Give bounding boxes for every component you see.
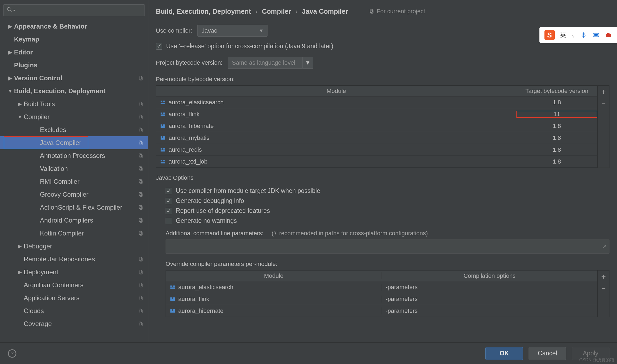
sidebar-item[interactable]: Kotlin Compiler <box>0 227 148 240</box>
copy-icon <box>369 9 374 14</box>
module-cell: aurora_redis <box>156 146 516 153</box>
cmdline-input[interactable]: ⤢ <box>166 240 609 254</box>
sidebar-item[interactable]: Application Servers <box>0 292 148 304</box>
use-compiler-label: Use compiler: <box>156 27 192 34</box>
target-cell[interactable]: 1.8 <box>516 158 597 165</box>
sidebar-item[interactable]: Clouds <box>0 304 148 317</box>
sidebar-item[interactable]: ▶Debugger <box>0 240 148 253</box>
ime-lang[interactable]: 英 <box>560 31 566 39</box>
sidebar-item-label: Compiler <box>24 113 137 121</box>
keyboard-icon[interactable] <box>592 32 599 39</box>
opts-cell[interactable]: -parameters <box>382 307 597 314</box>
cancel-button[interactable]: Cancel <box>529 347 566 360</box>
sidebar-item-label: Version Control <box>14 74 137 82</box>
sidebar-item-label: Plugins <box>14 61 137 69</box>
copy-icon <box>138 321 143 327</box>
sidebar-item[interactable]: Java Compiler <box>0 136 148 149</box>
table-row[interactable]: aurora_flink-parameters <box>166 293 597 305</box>
table-row[interactable]: aurora_hibernate1.8 <box>156 120 597 132</box>
opt-debug-checkbox[interactable] <box>166 198 172 204</box>
remove-module-button[interactable]: － <box>598 98 609 109</box>
opts-cell[interactable]: -parameters <box>382 296 597 303</box>
target-cell[interactable]: 11 <box>516 111 597 118</box>
watermark: CSDN @浅夏的猫 <box>579 357 614 363</box>
table-row[interactable]: aurora_flink11 <box>156 108 597 120</box>
table-header: Module Target bytecode version <box>156 86 597 96</box>
breadcrumb-1: Compiler <box>262 8 291 15</box>
sidebar-item-label: ActionScript & Flex Compiler <box>40 204 137 211</box>
sidebar-item[interactable]: ▼Compiler <box>0 110 148 123</box>
sidebar-item[interactable]: Validation <box>0 162 148 175</box>
sidebar-item[interactable]: ▶Build Tools <box>0 98 148 110</box>
mic-icon[interactable] <box>580 32 587 39</box>
module-icon <box>160 159 166 165</box>
sidebar-item[interactable]: ActionScript & Flex Compiler <box>0 201 148 214</box>
module-icon <box>160 123 166 129</box>
add-module-button[interactable]: ＋ <box>598 86 609 98</box>
chevron-right-icon: ▶ <box>6 23 14 29</box>
sidebar-item[interactable]: Coverage <box>0 317 148 330</box>
table-row[interactable]: aurora_hibernate-parameters <box>166 305 597 317</box>
chevron-right-icon: ▶ <box>16 243 24 249</box>
module-icon <box>170 284 176 290</box>
sidebar-item[interactable]: Android Compilers <box>0 214 148 227</box>
sidebar-item-label: Editor <box>14 48 137 56</box>
sidebar-item[interactable]: Arquillian Containers <box>0 279 148 292</box>
opts-cell[interactable]: -parameters <box>382 284 597 291</box>
opt-nowarn-checkbox[interactable] <box>166 218 172 224</box>
remove-override-button[interactable]: － <box>598 282 609 294</box>
chevron-down-icon: ▼ <box>6 88 14 94</box>
table-row[interactable]: aurora_elasticsearch-parameters <box>166 281 597 293</box>
copy-icon <box>138 153 143 158</box>
target-cell[interactable]: 1.8 <box>516 123 597 130</box>
sidebar-item[interactable]: ▶Version Control <box>0 72 148 85</box>
sidebar-item[interactable]: Remote Jar Repositories <box>0 253 148 266</box>
copy-icon <box>138 282 143 288</box>
sidebar-item-label: Validation <box>40 165 137 172</box>
help-button[interactable] <box>8 349 17 358</box>
sidebar-item[interactable]: Annotation Processors <box>0 149 148 162</box>
copy-icon <box>138 114 143 120</box>
use-compiler-select[interactable]: Javac ▼ <box>197 25 268 37</box>
target-cell[interactable]: 1.8 <box>516 146 597 153</box>
project-bytecode-dropdown-button[interactable]: ▼ <box>302 57 313 69</box>
sidebar-item[interactable]: Excludes <box>0 123 148 136</box>
module-cell: aurora_mybatis <box>156 134 516 141</box>
cmdline-label: Additional command line parameters: <box>166 230 263 237</box>
sidebar-item[interactable]: ▶Editor <box>0 46 148 59</box>
toolbox-icon[interactable] <box>605 32 612 39</box>
table-row[interactable]: aurora_elasticsearch1.8 <box>156 96 597 108</box>
ime-punct[interactable]: ·, <box>571 32 575 39</box>
chevron-right-icon: › <box>296 8 298 15</box>
target-cell[interactable]: 1.8 <box>516 134 597 141</box>
target-cell[interactable]: 1.8 <box>516 99 597 106</box>
sidebar-item[interactable]: ▶Appearance & Behavior <box>0 20 148 33</box>
sidebar-item-label: Excludes <box>40 126 137 134</box>
add-override-button[interactable]: ＋ <box>598 271 609 282</box>
settings-search[interactable]: ▾ <box>3 4 145 16</box>
dialog-footer: OK Cancel Apply CSDN @浅夏的猫 <box>0 342 617 364</box>
project-bytecode-select[interactable]: Same as language level <box>228 57 302 69</box>
sidebar-item[interactable]: Keymap <box>0 33 148 46</box>
sidebar-item[interactable]: Plugins <box>0 59 148 72</box>
ok-button[interactable]: OK <box>485 347 523 360</box>
copy-icon <box>138 179 143 184</box>
settings-tree: ▶Appearance & BehaviorKeymap▶EditorPlugi… <box>0 20 148 342</box>
sidebar-item[interactable]: ▶Deployment <box>0 266 148 279</box>
sidebar-item[interactable]: ▼Build, Execution, Deployment <box>0 85 148 98</box>
sidebar-item[interactable]: RMI Compiler <box>0 175 148 188</box>
ime-toolbar[interactable]: S 英 ·, <box>539 27 617 43</box>
table-row[interactable]: aurora_mybatis1.8 <box>156 132 597 144</box>
opt-deprecated-checkbox[interactable] <box>166 208 172 214</box>
opt-from-jdk-checkbox[interactable] <box>166 188 172 194</box>
sidebar-item-label: Application Servers <box>24 294 137 302</box>
module-cell: aurora_hibernate <box>156 123 516 130</box>
sidebar-item-label: Arquillian Containers <box>24 281 137 289</box>
table-row[interactable]: aurora_redis1.8 <box>156 144 597 156</box>
use-release-checkbox[interactable] <box>156 43 162 50</box>
sidebar-item[interactable]: Groovy Compiler <box>0 188 148 201</box>
scope-label: For current project <box>369 8 425 15</box>
table-row[interactable]: aurora_xxl_job1.8 <box>156 156 597 168</box>
sidebar-item-label: Remote Jar Repositories <box>24 255 137 263</box>
expand-icon[interactable]: ⤢ <box>602 245 606 248</box>
